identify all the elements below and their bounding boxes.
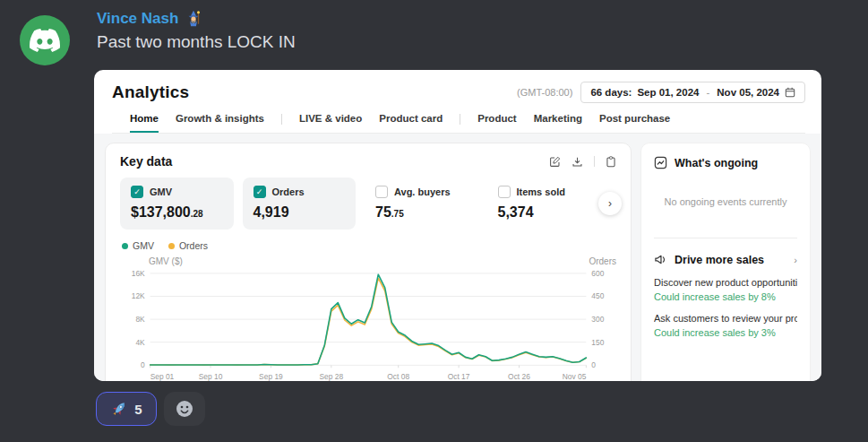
clipboard-icon [606, 156, 616, 168]
smiley-icon [174, 398, 195, 420]
message-header: Vince Nash [97, 10, 202, 28]
date-range-separator: - [704, 87, 711, 98]
svg-text:Sep 28: Sep 28 [320, 372, 344, 381]
date-range-picker[interactable]: 66 days: Sep 01, 2024 - Nov 05, 2024 [580, 82, 805, 103]
legend-item-orders[interactable]: Orders [168, 240, 208, 251]
tab-bar: Home Growth & insights LIVE & video Prod… [112, 113, 805, 134]
date-range-end: Nov 05, 2024 [717, 87, 779, 98]
svg-text:0: 0 [591, 360, 596, 369]
rocket-emoji-icon [110, 400, 128, 418]
tab-product[interactable]: Product [477, 113, 516, 133]
checkbox-avg-buyers[interactable] [375, 186, 388, 198]
date-range-start: Sep 01, 2024 [637, 87, 699, 98]
tab-divider [281, 114, 282, 125]
metrics-scroll-right-button[interactable]: › [598, 192, 622, 215]
chart-legend: GMV Orders [120, 240, 616, 251]
events-board-icon [654, 156, 667, 169]
metric-cards-row: ✓ GMV $137,800.28 ✓ Orders 4,919 Avg. b [120, 178, 616, 230]
svg-text:12K: 12K [132, 291, 145, 300]
svg-text:4K: 4K [135, 338, 145, 347]
drive-sales-chevron-icon[interactable]: › [794, 255, 797, 265]
checkbox-orders[interactable]: ✓ [254, 186, 266, 198]
chart-area: 16K60012K4508K3004K15000Sep 01Sep 10Sep … [120, 266, 616, 381]
right-panel: What's ongoing No ongoing events current… [640, 143, 811, 381]
tab-live-video[interactable]: LIVE & video [299, 113, 362, 133]
metric-label: GMV [150, 186, 172, 197]
download-button[interactable] [572, 156, 583, 168]
svg-text:0: 0 [141, 360, 145, 369]
svg-text:300: 300 [591, 315, 604, 324]
left-axis-title: GMV ($) [149, 256, 183, 266]
metric-card-items-sold[interactable]: Items sold 5,374 [487, 178, 601, 230]
metric-label: Avg. buyers [394, 186, 451, 197]
svg-text:Sep 10: Sep 10 [199, 372, 223, 381]
page-title: Analytics [112, 82, 189, 102]
sales-suggestion-item[interactable]: Ask customers to review your pro... Coul… [654, 313, 797, 338]
rocket-reaction-button[interactable]: 5 [96, 392, 157, 426]
metric-card-avg-buyers[interactable]: Avg. buyers 75.75 [365, 178, 478, 230]
svg-text:Sep 19: Sep 19 [259, 372, 283, 381]
dashboard-content: Key data [94, 134, 821, 381]
edit-icon [549, 156, 561, 168]
metric-label: Orders [272, 186, 305, 197]
legend-label: GMV [133, 240, 154, 251]
right-axis-title: Orders [589, 256, 616, 266]
svg-text:Oct 26: Oct 26 [508, 372, 530, 381]
suggestion-title: Ask customers to review your pro... [654, 313, 797, 324]
svg-text:Nov 05: Nov 05 [563, 372, 587, 381]
suggestion-title: Discover new product opportuniti... [654, 277, 797, 288]
key-data-card: Key data [105, 143, 632, 381]
drive-sales-title: Drive more sales [675, 254, 786, 266]
copy-report-button[interactable] [606, 156, 616, 168]
metric-label: Items sold [517, 186, 565, 197]
legend-label: Orders [179, 240, 208, 251]
svg-text:600: 600 [591, 269, 604, 278]
orders-legend-dot [168, 243, 175, 249]
reactions-row: 5 [96, 392, 205, 426]
date-range-days: 66 days: [590, 87, 632, 98]
svg-text:Oct 17: Oct 17 [448, 372, 470, 381]
analytics-screenshot: Analytics (GMT-08:00) 66 days: Sep 01, 2… [94, 70, 821, 381]
edit-metrics-button[interactable] [549, 156, 561, 168]
gmv-orders-line-chart[interactable]: 16K60012K4508K3004K15000Sep 01Sep 10Sep … [120, 266, 616, 381]
message-text: Past two months LOCK IN [97, 32, 296, 52]
mage-emoji-icon [185, 10, 202, 28]
metric-value-decimal: .75 [391, 209, 404, 219]
axis-titles: GMV ($) Orders [120, 256, 616, 266]
avatar[interactable] [20, 15, 70, 65]
suggestion-impact: Could increase sales by 3% [654, 327, 797, 338]
discord-logo-icon [30, 29, 60, 52]
metric-value: 4,919 [254, 204, 289, 220]
checkbox-gmv[interactable]: ✓ [131, 186, 143, 198]
legend-item-gmv[interactable]: GMV [122, 240, 154, 251]
panel-divider [654, 238, 797, 238]
download-icon [572, 156, 583, 168]
username[interactable]: Vince Nash [97, 10, 178, 28]
tab-post-purchase[interactable]: Post purchase [599, 113, 670, 133]
megaphone-icon [654, 253, 667, 266]
analytics-header: Analytics (GMT-08:00) 66 days: Sep 01, 2… [94, 70, 821, 134]
metric-value: 75 [375, 204, 391, 220]
icon-divider [594, 156, 595, 167]
calendar-icon [785, 87, 795, 98]
svg-text:Oct 08: Oct 08 [387, 372, 409, 381]
svg-text:450: 450 [591, 291, 604, 300]
sales-suggestion-item[interactable]: Discover new product opportuniti... Coul… [654, 277, 797, 302]
svg-text:8K: 8K [135, 315, 145, 324]
suggestion-impact: Could increase sales by 8% [654, 291, 797, 302]
metric-card-orders[interactable]: ✓ Orders 4,919 [243, 178, 357, 230]
ongoing-panel-title: What's ongoing [675, 157, 797, 169]
metric-value: 5,374 [498, 204, 534, 220]
add-reaction-button[interactable] [164, 392, 205, 426]
metric-value-decimal: .28 [191, 209, 203, 219]
metric-value: $137,800 [131, 204, 191, 220]
checkbox-items-sold[interactable] [498, 186, 511, 198]
tab-marketing[interactable]: Marketing [534, 113, 582, 133]
tab-home[interactable]: Home [130, 113, 159, 133]
metric-card-gmv[interactable]: ✓ GMV $137,800.28 [120, 178, 234, 230]
gmv-legend-dot [122, 243, 128, 249]
timezone-label: (GMT-08:00) [517, 87, 572, 98]
svg-text:16K: 16K [132, 269, 145, 278]
tab-product-card[interactable]: Product card [379, 113, 443, 133]
tab-growth-insights[interactable]: Growth & insights [176, 113, 264, 133]
